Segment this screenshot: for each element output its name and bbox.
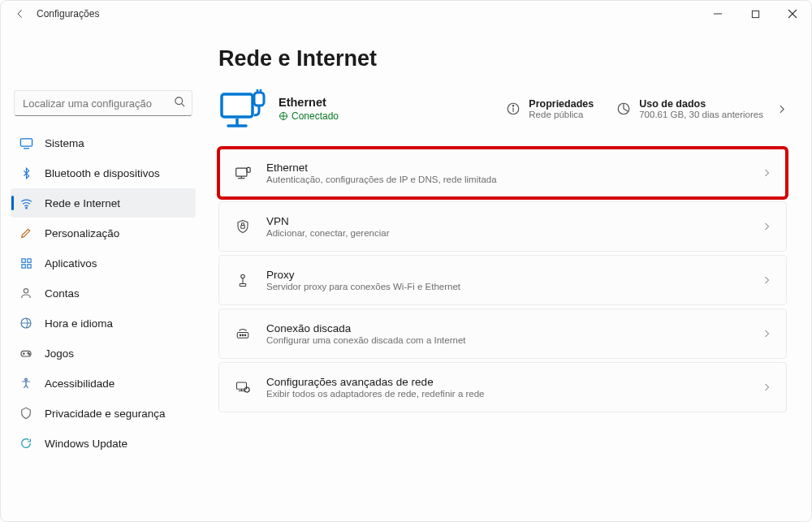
svg-point-20 <box>25 378 28 381</box>
sidebar-item-time-language[interactable]: Hora e idioma <box>11 308 196 338</box>
dialup-icon <box>234 325 252 343</box>
back-button[interactable] <box>9 2 32 25</box>
bluetooth-icon <box>19 166 33 180</box>
page-title: Rede e Internet <box>218 46 787 71</box>
svg-point-13 <box>24 289 28 293</box>
user-block <box>14 35 192 80</box>
titlebar: Configurações <box>1 1 811 27</box>
chevron-right-icon <box>762 382 771 392</box>
sidebar-item-windows-update[interactable]: Windows Update <box>11 429 196 458</box>
sidebar-item-label: Personalização <box>45 227 119 239</box>
window-title: Configurações <box>37 8 99 19</box>
proxy-icon <box>234 271 252 289</box>
search-icon <box>174 96 186 108</box>
svg-point-32 <box>513 106 515 107</box>
card-subtitle: Servidor proxy para conexões Wi-Fi e Eth… <box>266 282 460 291</box>
minimize-button[interactable] <box>699 1 736 27</box>
svg-rect-1 <box>752 11 758 17</box>
network-status-row[interactable]: Ethernet Conectado Propriedades Rede púb… <box>218 86 787 132</box>
sidebar-item-gaming[interactable]: Jogos <box>11 339 196 368</box>
svg-rect-34 <box>236 168 247 176</box>
sidebar-item-label: Jogos <box>45 347 74 360</box>
sidebar: Sistema Bluetooth e dispositivos Rede e … <box>1 27 205 521</box>
sidebar-item-label: Bluetooth e dispositivos <box>45 167 160 179</box>
sidebar-item-label: Aplicativos <box>45 257 97 270</box>
sidebar-item-system[interactable]: Sistema <box>11 128 196 157</box>
ethernet-status-icon <box>218 86 270 132</box>
svg-rect-12 <box>27 264 30 267</box>
sidebar-item-accounts[interactable]: Contas <box>11 278 196 308</box>
sidebar-item-apps[interactable]: Aplicativos <box>11 248 196 278</box>
card-advanced-network[interactable]: Configurações avançadas de rede Exibir t… <box>218 362 787 412</box>
svg-point-45 <box>244 334 246 336</box>
close-button[interactable] <box>774 1 811 27</box>
properties-sub: Rede pública <box>529 110 594 119</box>
sidebar-item-accessibility[interactable]: Acessibilidade <box>11 369 196 398</box>
properties-title: Propriedades <box>529 98 594 110</box>
svg-point-8 <box>25 207 26 208</box>
chevron-right-icon <box>762 222 771 231</box>
svg-rect-37 <box>247 167 250 172</box>
svg-rect-6 <box>20 138 32 145</box>
sidebar-item-label: Contas <box>45 287 80 300</box>
sidebar-item-label: Rede e Internet <box>45 197 120 209</box>
sidebar-item-label: Hora e idioma <box>45 317 113 330</box>
svg-point-43 <box>240 334 241 336</box>
card-dialup[interactable]: Conexão discada Configurar uma conexão d… <box>218 308 787 359</box>
chevron-right-icon <box>762 275 771 285</box>
svg-rect-24 <box>254 93 264 106</box>
properties-block[interactable]: Propriedades Rede pública <box>506 98 594 119</box>
search-input[interactable] <box>14 90 192 116</box>
personalization-icon <box>19 226 33 240</box>
card-title: VPN <box>266 215 390 227</box>
sidebar-item-network[interactable]: Rede e Internet <box>11 188 196 218</box>
card-title: Configurações avançadas de rede <box>266 376 485 388</box>
status-name: Ethernet <box>279 96 339 109</box>
svg-rect-41 <box>240 284 246 287</box>
ethernet-icon <box>234 164 252 182</box>
sidebar-item-privacy[interactable]: Privacidade e segurança <box>11 399 196 428</box>
privacy-icon <box>19 406 33 421</box>
advanced-network-icon <box>234 378 252 396</box>
sidebar-item-label: Sistema <box>45 137 84 149</box>
time-language-icon <box>19 316 33 330</box>
info-icon <box>506 101 520 116</box>
vpn-icon <box>234 218 252 235</box>
card-vpn[interactable]: VPN Adicionar, conectar, gerenciar <box>218 201 787 252</box>
accounts-icon <box>19 286 33 300</box>
network-icon <box>19 196 33 210</box>
gaming-icon <box>19 346 33 360</box>
system-icon <box>19 136 33 150</box>
update-icon <box>19 436 33 451</box>
card-subtitle: Configurar uma conexão discada com a Int… <box>266 335 465 345</box>
sidebar-item-label: Windows Update <box>45 438 127 450</box>
maximize-button[interactable] <box>736 1 774 27</box>
chevron-right-icon <box>762 168 771 178</box>
svg-point-39 <box>241 274 245 278</box>
svg-rect-21 <box>222 94 253 117</box>
data-usage-block[interactable]: Uso de dados 700.61 GB, 30 dias anterior… <box>616 98 763 119</box>
sidebar-item-bluetooth[interactable]: Bluetooth e dispositivos <box>11 158 196 188</box>
accessibility-icon <box>19 376 33 390</box>
svg-point-44 <box>242 334 244 336</box>
card-subtitle: Adicionar, conectar, gerenciar <box>266 228 390 238</box>
svg-rect-9 <box>21 258 24 261</box>
svg-line-5 <box>181 103 184 106</box>
svg-rect-11 <box>21 264 24 267</box>
chevron-right-icon <box>776 104 787 114</box>
svg-point-19 <box>28 354 29 355</box>
card-title: Ethernet <box>266 162 497 174</box>
chevron-right-icon <box>762 329 771 339</box>
sidebar-item-label: Acessibilidade <box>45 377 114 390</box>
data-usage-icon <box>616 101 631 116</box>
status-state: Conectado <box>279 110 339 122</box>
card-ethernet[interactable]: Ethernet Autenticação, configurações de … <box>218 148 787 198</box>
card-subtitle: Autenticação, configurações de IP e DNS,… <box>266 175 497 184</box>
card-proxy[interactable]: Proxy Servidor proxy para conexões Wi-Fi… <box>218 255 787 305</box>
svg-point-49 <box>244 387 249 392</box>
svg-rect-38 <box>241 226 245 229</box>
card-subtitle: Exibir todos os adaptadores de rede, red… <box>266 389 485 399</box>
data-usage-sub: 700.61 GB, 30 dias anteriores <box>639 110 763 119</box>
sidebar-item-personalization[interactable]: Personalização <box>11 218 196 248</box>
svg-point-4 <box>175 97 183 105</box>
